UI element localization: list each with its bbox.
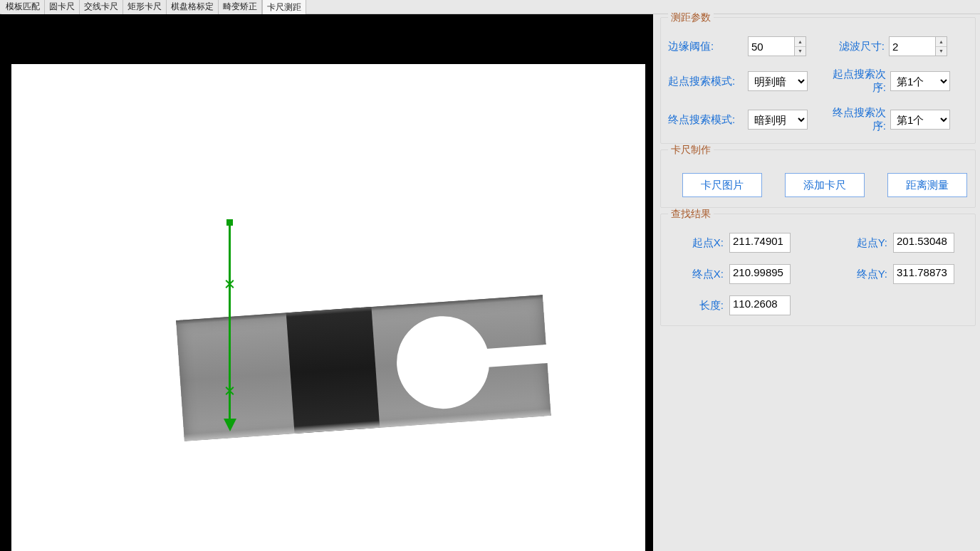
spinner-down-icon[interactable]: ▼ <box>795 47 806 56</box>
end-order-select[interactable]: 第1个 <box>890 110 950 130</box>
tab-circle-caliper[interactable]: 圆卡尺 <box>45 0 80 14</box>
filter-size-spinner[interactable]: ▲ ▼ <box>936 36 947 56</box>
group-result: 查找结果 起点X: 211.74901 起点Y: 201.53048 终点X: … <box>660 214 976 326</box>
side-panel: 测距参数 边缘阈值: ▲ ▼ 滤波尺寸: ▲ ▼ <box>653 14 980 551</box>
end-x-value: 210.99895 <box>729 264 791 284</box>
group-params-title: 测距参数 <box>668 11 714 24</box>
main-area: 测距参数 边缘阈值: ▲ ▼ 滤波尺寸: ▲ ▼ <box>0 14 980 551</box>
end-y-label: 终点Y: <box>832 268 893 281</box>
filter-size-label: 滤波尺寸: <box>819 40 889 53</box>
tab-line-caliper[interactable]: 交线卡尺 <box>80 0 123 14</box>
start-x-label: 起点X: <box>668 236 729 250</box>
caliper-end-arrow[interactable] <box>224 419 236 431</box>
caliper-edge-mark-1 <box>224 279 235 290</box>
caliper-edge-mark-2 <box>224 386 235 397</box>
image-viewport[interactable] <box>0 14 653 551</box>
group-result-title: 查找结果 <box>668 208 714 221</box>
start-mode-label: 起点搜索模式: <box>668 75 748 88</box>
start-x-value: 211.74901 <box>729 233 791 253</box>
start-y-value: 201.53048 <box>893 233 954 253</box>
edge-threshold-input[interactable] <box>748 36 795 56</box>
group-make-title: 卡尺制作 <box>668 144 714 157</box>
add-caliper-button[interactable]: 添加卡尺 <box>785 173 865 197</box>
start-y-label: 起点Y: <box>832 236 893 250</box>
start-order-select[interactable]: 第1个 <box>890 71 950 91</box>
tab-caliper-distance[interactable]: 卡尺测距 <box>262 0 306 16</box>
tab-chessboard-calib[interactable]: 棋盘格标定 <box>167 0 219 14</box>
length-value: 110.2608 <box>729 295 791 315</box>
start-mode-select[interactable]: 明到暗 <box>748 71 808 91</box>
end-x-label: 终点X: <box>668 268 729 281</box>
edge-threshold-label: 边缘阈值: <box>668 40 748 53</box>
edge-threshold-spinner[interactable]: ▲ ▼ <box>795 36 806 56</box>
spinner-down-icon[interactable]: ▼ <box>936 47 947 56</box>
caliper-image-button[interactable]: 卡尺图片 <box>682 173 762 197</box>
tab-distortion-correct[interactable]: 畸变矫正 <box>219 0 262 14</box>
start-order-label: 起点搜索次序: <box>820 68 890 95</box>
tab-bar: 模板匹配 圆卡尺 交线卡尺 矩形卡尺 棋盘格标定 畸变矫正 卡尺测距 <box>0 0 980 14</box>
group-params: 测距参数 边缘阈值: ▲ ▼ 滤波尺寸: ▲ ▼ <box>660 17 976 144</box>
tab-rect-caliper[interactable]: 矩形卡尺 <box>123 0 167 14</box>
end-order-label: 终点搜索次序: <box>820 106 890 133</box>
tab-template-match[interactable]: 模板匹配 <box>1 0 45 14</box>
spinner-up-icon[interactable]: ▲ <box>936 37 947 47</box>
end-y-value: 311.78873 <box>893 264 954 284</box>
group-make: 卡尺制作 卡尺图片 添加卡尺 距离测量 <box>660 149 976 208</box>
spinner-up-icon[interactable]: ▲ <box>795 37 806 47</box>
filter-size-input[interactable] <box>889 36 936 56</box>
measure-distance-button[interactable]: 距离测量 <box>887 173 967 197</box>
caliper-overlay[interactable] <box>226 219 234 430</box>
canvas <box>11 64 645 551</box>
end-mode-label: 终点搜索模式: <box>668 113 748 127</box>
end-mode-select[interactable]: 暗到明 <box>748 110 808 130</box>
length-label: 长度: <box>668 299 729 313</box>
